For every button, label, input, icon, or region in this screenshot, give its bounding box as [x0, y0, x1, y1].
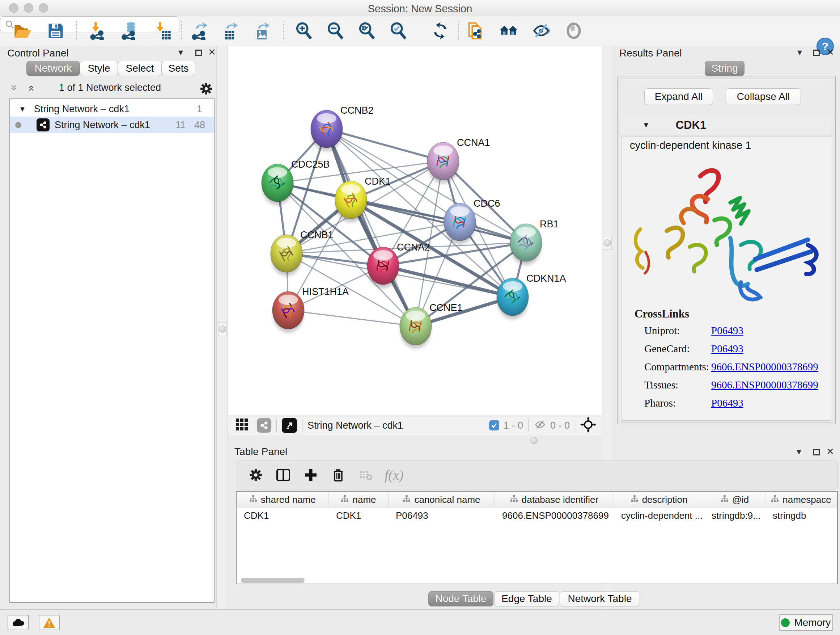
tab-style[interactable]: Style	[80, 61, 118, 76]
table-panel-menu-icon[interactable]: ▾	[797, 446, 801, 457]
grid-view-icon[interactable]	[235, 418, 249, 433]
node-label-CCNA1: CCNA1	[457, 137, 490, 148]
network-tree-root-row[interactable]: ▼ String Network – cdk1 1	[10, 101, 214, 117]
toolbar-separator	[458, 21, 459, 40]
results-panel-float-icon[interactable]	[813, 50, 820, 56]
network-node-CDKN1A[interactable]: CDKN1A	[497, 273, 566, 319]
import-network-from-database-icon[interactable]	[120, 21, 141, 41]
export-table-icon[interactable]	[221, 21, 241, 41]
left-splitter-handle[interactable]	[218, 322, 227, 336]
collapse-all-button[interactable]: Collapse All	[726, 88, 801, 105]
table-panel: Table Panel ▾ ✕ f(x) shared namenamecano…	[228, 445, 840, 609]
gene-section-header[interactable]: ▼ CDK1	[620, 115, 833, 135]
zoom-fit-icon[interactable]	[357, 21, 377, 41]
export-network-icon[interactable]	[190, 21, 210, 41]
crosslink-link[interactable]: P06493	[711, 325, 744, 337]
tab-string-results[interactable]: String	[705, 61, 745, 76]
network-share-view-icon[interactable]	[257, 418, 271, 432]
network-node-CDK1[interactable]: CDK1	[335, 176, 391, 222]
results-panel-menu-icon[interactable]: ▾	[797, 47, 802, 58]
zoom-in-icon[interactable]	[294, 21, 314, 41]
status-bar: Memory	[0, 609, 840, 635]
column-header-description[interactable]: description	[614, 492, 704, 508]
import-table-icon[interactable]	[153, 21, 173, 41]
column-header-label: description	[642, 494, 688, 505]
expand-all-button[interactable]: Expand All	[644, 88, 713, 105]
column-header-canonical-name[interactable]: canonical name	[388, 492, 495, 508]
open-session-icon[interactable]	[12, 21, 33, 41]
home-layouts-icon[interactable]	[499, 21, 519, 41]
network-node-CDC6[interactable]: CDC6	[444, 198, 500, 244]
selected-nodes-edges-count: 1 - 0	[504, 420, 523, 431]
memory-button[interactable]: Memory	[779, 614, 833, 631]
copy-network-icon[interactable]	[465, 21, 485, 41]
horizontal-splitter-handle[interactable]	[531, 437, 538, 444]
table-panel-close-icon[interactable]: ✕	[826, 446, 834, 457]
zoom-selected-icon[interactable]	[388, 21, 409, 41]
zoom-out-icon[interactable]	[325, 21, 346, 41]
column-header-name[interactable]: name	[329, 492, 388, 508]
crosslink-row: GeneCard:P06493	[644, 343, 825, 355]
column-header--id[interactable]: @id	[704, 492, 766, 508]
network-edge-count: 48	[194, 119, 205, 131]
show-columns-icon[interactable]	[272, 464, 294, 486]
gene-collapse-icon[interactable]: ▼	[643, 121, 650, 129]
control-panel-float-icon[interactable]	[195, 50, 202, 56]
tree-collapse-icon[interactable]: ▼	[19, 105, 26, 113]
current-network-dot-icon	[15, 122, 21, 128]
add-column-icon[interactable]	[300, 464, 322, 486]
tab-node-table[interactable]: Node Table	[428, 591, 493, 606]
tab-network-table[interactable]: Network Table	[560, 591, 640, 606]
results-panel-close-icon[interactable]: ✕	[826, 47, 834, 58]
network-view-toolbar: String Network – cdk1 1 - 0 0 - 0	[228, 416, 602, 435]
control-panel-menu-icon[interactable]: ▾	[178, 47, 183, 58]
show-all-icon[interactable]	[564, 21, 584, 41]
column-type-icon	[341, 494, 349, 505]
pan-crosshair-icon[interactable]	[580, 417, 596, 434]
tab-sets[interactable]: Sets	[162, 61, 195, 76]
network-edge-HIST1H1A-CCNE1[interactable]	[288, 310, 416, 326]
crosslink-link[interactable]: P06493	[711, 397, 744, 409]
export-image-icon[interactable]	[253, 21, 273, 41]
network-node-CCNB1[interactable]: CCNB1	[271, 230, 333, 276]
right-splitter-handle[interactable]	[603, 236, 612, 250]
selected-checkbox-icon[interactable]	[489, 420, 499, 431]
refresh-view-icon[interactable]	[430, 21, 450, 41]
warnings-button[interactable]	[39, 615, 60, 630]
horizontal-scrollbar-thumb[interactable]	[241, 578, 305, 583]
table-settings-gear-icon[interactable]	[245, 464, 267, 486]
network-node-RB1[interactable]: RB1	[510, 219, 559, 265]
hide-selected-icon[interactable]	[531, 21, 551, 41]
birds-eye-view-icon[interactable]	[282, 418, 297, 433]
column-header-namespace[interactable]: namespace	[766, 492, 837, 508]
tab-select[interactable]: Select	[118, 61, 162, 76]
network-tree-item-selected[interactable]: String Network – cdk1 11 48	[10, 117, 214, 133]
crosslink-link[interactable]: P06493	[711, 343, 744, 355]
column-header-database-identifier[interactable]: database identifier	[495, 492, 614, 508]
table-panel-float-icon[interactable]	[813, 449, 820, 455]
save-session-icon[interactable]	[46, 21, 66, 41]
results-panel-title: Results Panel	[619, 48, 682, 59]
network-node-CCNE1[interactable]: CCNE1	[400, 302, 463, 348]
network-node-CCNA2[interactable]: CCNA2	[367, 242, 430, 288]
title-bar[interactable]: Session: New Session	[0, 0, 840, 16]
node-label-CCNB1: CCNB1	[300, 230, 333, 241]
network-node-CCNB2[interactable]: CCNB2	[311, 105, 374, 151]
tab-edge-table[interactable]: Edge Table	[494, 591, 559, 606]
network-selection-status: 1 of 1 Network selected	[4, 82, 216, 93]
column-header-shared-name[interactable]: shared name	[237, 492, 329, 508]
crosslink-link[interactable]: 9606.ENSP00000378699	[711, 361, 818, 373]
main-toolbar: ?	[0, 16, 840, 45]
cloud-button[interactable]	[8, 615, 29, 630]
network-options-gear-icon[interactable]	[195, 78, 217, 100]
crosslink-link[interactable]: 9606.ENSP00000378699	[711, 379, 818, 391]
network-canvas[interactable]: CCNB2CCNA1CDC25BCDK1CDC6RB1CCNB1CCNA2CDK…	[228, 46, 602, 416]
control-panel-close-icon[interactable]: ✕	[208, 47, 216, 58]
node-label-HIST1H1A: HIST1H1A	[302, 287, 349, 297]
tab-network[interactable]: Network	[27, 61, 80, 76]
table-row[interactable]: CDK1CDK1P064939606.ENSP00000378699cyclin…	[237, 508, 837, 523]
import-network-icon[interactable]	[88, 21, 109, 41]
network-node-HIST1H1A[interactable]: HIST1H1A	[272, 287, 349, 333]
delete-column-icon[interactable]	[327, 464, 349, 486]
left-splitter[interactable]	[216, 45, 228, 609]
